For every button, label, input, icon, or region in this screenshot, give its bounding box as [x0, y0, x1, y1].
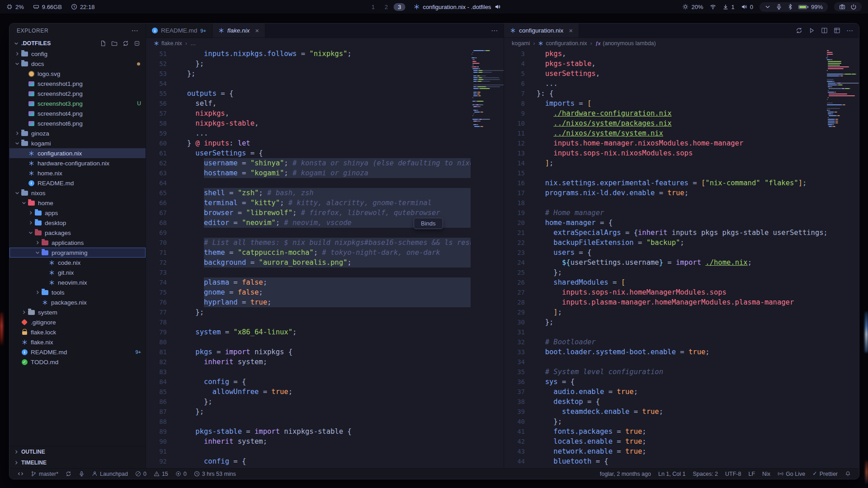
status-label: LF [748, 471, 755, 477]
tree-item-kogami[interactable]: kogami [9, 138, 146, 148]
split-actions-icon[interactable] [821, 27, 828, 34]
code-lines[interactable]: 51 inputs.nixpkgs.follows = "nixpkgs";52… [146, 49, 471, 468]
tree-item-docs[interactable]: docs [9, 59, 146, 69]
status-error-0[interactable]: 0 [132, 471, 150, 477]
more-actions-icon[interactable]: ⋯ [846, 27, 853, 34]
tree-item-tools[interactable]: tools [9, 287, 146, 297]
tree-item-logo.svg[interactable]: logo.svg [9, 69, 146, 79]
tree-item-flake.lock[interactable]: flake.lock [9, 327, 146, 337]
status-mic[interactable] [75, 471, 88, 477]
minimap[interactable] [471, 49, 504, 468]
layout-actions-icon[interactable] [834, 27, 840, 34]
power-module[interactable] [850, 4, 857, 10]
status-branch-master-[interactable]: master* [27, 471, 62, 477]
tree-item-flake.nix[interactable]: flake.nix [9, 337, 146, 347]
status-utf-8[interactable]: UTF-8 [722, 471, 745, 477]
close-icon[interactable]: × [569, 27, 573, 34]
ram-module[interactable]: 9.66GB [33, 4, 62, 10]
tree-item-TODO.md[interactable]: ✓TODO.md [9, 357, 146, 367]
mic-module[interactable] [776, 4, 782, 10]
status-broadcast-go-live[interactable]: Go Live [774, 471, 809, 477]
more-actions-icon[interactable]: ⋯ [131, 27, 138, 35]
tree-item-.gitignore[interactable]: .gitignore [9, 317, 146, 327]
collapse-all-icon[interactable] [134, 40, 140, 47]
tree-item-screenshot4.png[interactable]: screenshot4.png [9, 108, 146, 118]
status-remote[interactable] [14, 471, 27, 477]
status-bell[interactable] [841, 471, 854, 477]
status-clock-3-hrs-53-mins[interactable]: 3 hrs 53 mins [190, 471, 240, 477]
broadcast-icon [778, 471, 783, 477]
breadcrumb-item[interactable]: … [190, 40, 196, 47]
tree-item-apps[interactable]: apps [9, 208, 146, 218]
status-record-0[interactable]: 0 [172, 471, 190, 477]
tab-flake.nix[interactable]: flake.nix× [212, 23, 265, 38]
tab-README.md[interactable]: iREADME.md9+ [146, 23, 212, 38]
status-person-launchpad[interactable]: Launchpad [88, 471, 132, 477]
status-foglar-2-months-ago[interactable]: foglar, 2 months ago [596, 471, 655, 477]
bluetooth-module[interactable] [787, 4, 793, 10]
code-lines[interactable]: 3 pkgs,4 pkgs-stable,5 userSettings,6 ..… [504, 49, 826, 468]
tree-item-nixos[interactable]: nixos [9, 188, 146, 198]
tree-item-applications[interactable]: applications [9, 238, 146, 248]
tree-item-screenshot3.png[interactable]: screenshot3.pngU [9, 99, 146, 108]
tree-item-ginoza[interactable]: ginoza [9, 128, 146, 138]
refresh-icon[interactable] [123, 40, 129, 47]
cpu-module[interactable]: 2% [6, 4, 24, 10]
tree-item-config[interactable]: config [9, 49, 146, 59]
indent [537, 317, 545, 327]
status-sync[interactable] [62, 471, 75, 477]
status-check-prettier[interactable]: ✓Prettier [809, 471, 841, 477]
tree-item-programming[interactable]: programming [9, 248, 146, 258]
tree-item-screenshot1.png[interactable]: screenshot1.png [9, 79, 146, 89]
tree-item-screenshot6.png[interactable]: screenshot6.png [9, 118, 146, 128]
tree-item-git.nix[interactable]: git.nix [9, 267, 146, 277]
tree-item-packages[interactable]: packages [9, 228, 146, 238]
status-spaces-2[interactable]: Spaces: 2 [689, 471, 722, 477]
tree-item-configuration.nix[interactable]: configuration.nix [9, 148, 146, 158]
minimap[interactable] [826, 49, 859, 468]
workspace-1[interactable]: 1 [368, 3, 379, 11]
status-lf[interactable]: LF [745, 471, 759, 477]
new-file-icon[interactable] [100, 40, 106, 47]
workspace-2[interactable]: 2 [381, 3, 392, 11]
breadcrumb-item[interactable]: kogami [512, 40, 530, 47]
workspace-3[interactable]: 3 [394, 3, 405, 11]
tree-item-packages.nix[interactable]: packages.nix [9, 297, 146, 307]
tree-item-code.nix[interactable]: code.nix [9, 258, 146, 267]
tree-item-desktop[interactable]: desktop [9, 218, 146, 228]
wifi-module[interactable] [710, 4, 716, 10]
workspace-root-row[interactable]: .DOTFILES [9, 38, 146, 49]
more-actions-icon[interactable]: ⋯ [491, 27, 498, 34]
breadcrumb-item[interactable]: ƒx(anonymous lambda) [595, 40, 656, 47]
timeline-section[interactable]: TIMELINE [9, 457, 146, 468]
speaker-module[interactable]: 0 [741, 4, 753, 10]
tree-item-system[interactable]: system [9, 307, 146, 317]
tree-item-screenshot2.png[interactable]: screenshot2.png [9, 89, 146, 99]
tab-configuration.nix[interactable]: configuration.nix× [504, 23, 579, 38]
clock-module[interactable]: 22:18 [71, 4, 95, 10]
sync-actions-icon[interactable] [796, 27, 802, 34]
tree-item-README.md[interactable]: iREADME.md [9, 178, 146, 188]
chevron-down-module[interactable] [764, 4, 771, 10]
chevron-down-icon[interactable] [12, 41, 20, 46]
sun-module[interactable]: 20% [682, 4, 703, 10]
status-warning-15[interactable]: 15 [150, 471, 172, 477]
folder-icon [35, 221, 42, 225]
breadcrumb-item[interactable]: flake.nix [154, 40, 182, 47]
outline-section[interactable]: OUTLINE [9, 446, 146, 457]
breadcrumb-item[interactable]: configuration.nix [538, 40, 587, 47]
tree-item-label: ginoza [31, 130, 49, 137]
tree-item-home.nix[interactable]: home.nix [9, 168, 146, 178]
tree-item-neovim.nix[interactable]: neovim.nix [9, 277, 146, 287]
camera-module[interactable] [839, 4, 845, 10]
close-icon[interactable]: × [255, 27, 259, 34]
battery-module[interactable]: 99% [798, 4, 823, 10]
tree-item-hardware-configuration.nix[interactable]: hardware-configuration.nix [9, 158, 146, 168]
arrow-down-module[interactable]: 1 [722, 4, 735, 10]
new-folder-icon[interactable] [111, 40, 118, 47]
status-nix[interactable]: Nix [759, 471, 774, 477]
play-actions-icon[interactable] [808, 27, 815, 34]
status-ln-1-col-1[interactable]: Ln 1, Col 1 [655, 471, 689, 477]
tree-item-README.md[interactable]: iREADME.md9+ [9, 347, 146, 357]
tree-item-home[interactable]: home [9, 198, 146, 208]
